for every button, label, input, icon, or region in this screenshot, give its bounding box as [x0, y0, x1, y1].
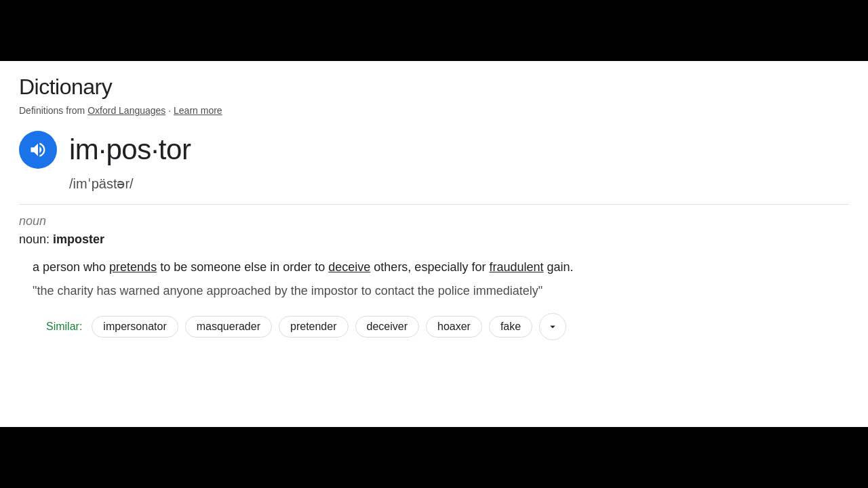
chevron-down-icon — [547, 321, 559, 333]
noun-prefix: noun — [19, 232, 46, 246]
def-prefix: a person who — [33, 260, 109, 274]
def-mid1: to be someone else in order to — [157, 260, 328, 274]
expand-similar-button[interactable] — [539, 313, 566, 340]
deceive-link[interactable]: deceive — [328, 260, 370, 274]
definition-block: a person who pretends to be someone else… — [33, 258, 849, 340]
similar-chip-1[interactable]: masquerader — [185, 316, 272, 338]
fraudulent-link[interactable]: fraudulent — [489, 260, 543, 274]
part-of-speech: noun — [19, 214, 849, 228]
source-line: Definitions from Oxford Languages · Lear… — [19, 105, 849, 116]
similar-row: Similar: impersonator masquerader preten… — [46, 313, 849, 340]
pretends-link[interactable]: pretends — [109, 260, 157, 274]
noun-variant: imposter — [53, 232, 104, 246]
volume-icon — [28, 140, 47, 159]
pronunciation: /imˈpästər/ — [69, 176, 849, 192]
similar-chip-3[interactable]: deceiver — [355, 316, 419, 338]
learn-more-link[interactable]: Learn more — [174, 105, 222, 116]
page-title: Dictionary — [19, 75, 849, 100]
word-display: im·pos·tor — [69, 134, 191, 166]
definition-text: a person who pretends to be someone else… — [33, 258, 849, 277]
similar-chip-4[interactable]: hoaxer — [426, 316, 482, 338]
similar-chip-5[interactable]: fake — [489, 316, 532, 338]
content-area: Dictionary Definitions from Oxford Langu… — [0, 61, 868, 427]
example-text: "the charity has warned anyone approache… — [33, 281, 849, 301]
def-end: gain. — [543, 260, 573, 274]
bottom-bar — [0, 427, 868, 488]
similar-chip-0[interactable]: impersonator — [92, 316, 178, 338]
audio-button[interactable] — [19, 131, 57, 169]
source-separator: · — [165, 105, 174, 116]
word-header: im·pos·tor — [19, 131, 849, 169]
similar-chip-2[interactable]: pretender — [279, 316, 349, 338]
top-bar — [0, 0, 868, 61]
noun-line: noun: imposter — [19, 232, 849, 247]
divider-1 — [19, 204, 849, 205]
source-prefix: Definitions from — [19, 105, 87, 116]
similar-label: Similar: — [46, 321, 82, 333]
def-mid2: others, especially for — [370, 260, 489, 274]
oxford-languages-link[interactable]: Oxford Languages — [87, 105, 165, 116]
